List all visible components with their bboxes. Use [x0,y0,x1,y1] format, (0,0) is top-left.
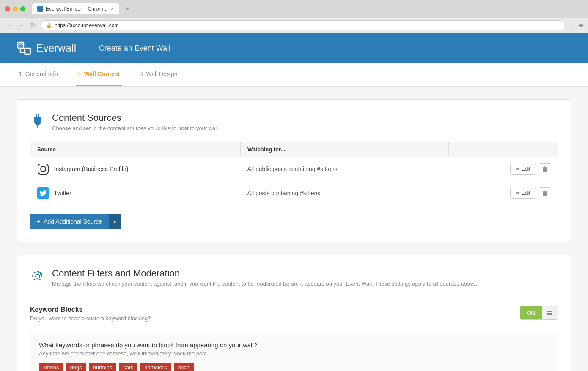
step-arrow-2: → [127,71,133,78]
filters-titles: Content Filters and Moderation Manage th… [52,268,477,287]
twitter-name: Twitter [54,190,71,196]
stepper-bar: 1 General Info → 2 Wall Content → 3 Wall… [0,63,588,87]
twitter-watching: All posts containing #kittens [247,190,321,196]
step-general-info[interactable]: 1 General Info [17,63,60,86]
instagram-edit-label: Edit [522,166,530,172]
table-row: Twitter All posts containing #kittens ✏ … [30,181,558,205]
new-tab-icon: + [126,6,129,12]
col-source-header: Source [30,142,241,157]
keyword-blocks-left: Keyword Blocks Do you want to enable cus… [30,306,520,328]
dot-green[interactable] [20,6,25,11]
keyword-blocks-title: Keyword Blocks [30,306,520,314]
browser-titlebar: Everwall Builder – Chrom… ✕ + [0,0,588,18]
twitter-source: Twitter [37,187,234,199]
dot-red[interactable] [5,6,10,11]
app-header: Everwall Create an Event Wall [0,33,588,63]
svg-point-8 [45,166,47,167]
browser-tab-active[interactable]: Everwall Builder – Chrom… ✕ [32,3,119,14]
instagram-delete-button[interactable]: 🗑 [539,163,551,175]
delete-trash-icon-2: 🗑 [542,190,548,196]
content-sources-header: Content Sources Choose and setup the con… [30,112,558,131]
col-actions-header [448,142,558,157]
menu-icon[interactable]: ≡ [578,21,583,30]
keyword-toggle[interactable]: ON [520,306,558,320]
step3-number: 3 [140,71,143,77]
dot-yellow[interactable] [13,6,18,11]
refresh-button[interactable]: ↻ [29,21,37,30]
content-filters-subtitle: Manage the filters we check your content… [52,281,477,287]
instagram-icon [37,163,49,175]
svg-rect-2 [25,48,30,54]
twitter-actions: ✏ Edit 🗑 [455,187,551,199]
address-bar[interactable]: 🔒 https://account.everwall.com [41,20,566,30]
instagram-watching: All public posts containing #kittens [247,166,338,172]
add-source-dropdown[interactable]: ▾ [109,214,121,229]
keyword-block-question: What keywords or phrases do you want to … [39,341,549,349]
plug-icon [30,113,45,128]
toggle-lines-icon [547,311,552,315]
plus-icon: + [37,218,40,225]
svg-rect-5 [37,125,38,128]
toggle-line-3 [547,314,552,315]
tab-close-button[interactable]: ✕ [110,6,114,12]
browser-dots [5,6,25,11]
instagram-actions: ✏ Edit 🗑 [455,163,551,175]
step3-label: Wall Design [146,71,177,77]
lock-icon: 🔒 [46,23,52,28]
edit-pencil-icon: ✏ [516,166,520,172]
content-filters-card: Content Filters and Moderation Manage th… [17,255,571,371]
tab-title: Everwall Builder – Chrom… [46,6,108,12]
browser-tab-new[interactable]: + [123,3,132,14]
keyword-tag[interactable]: bunnies [89,363,117,371]
step-wall-design[interactable]: 3 Wall Design [138,63,179,86]
toggle-on-button[interactable]: ON [520,306,542,319]
step2-number: 2 [77,71,81,77]
add-additional-source-button[interactable]: + Add Additional Source ▾ [30,214,558,229]
app-logo: Everwall Create an Event Wall [17,41,170,56]
twitter-icon [37,187,49,199]
instagram-source: Instagram (Business Profile) [37,163,234,175]
twitter-source-cell: Twitter [30,181,241,205]
section-divider [30,297,558,297]
step2-label: Wall Content [84,71,120,77]
back-button[interactable]: ← [5,21,14,30]
table-header-row: Source Watching for... [30,142,558,157]
add-source-main[interactable]: + Add Additional Source [30,214,109,229]
toggle-line-1 [547,311,552,312]
step-arrow-1: → [65,71,71,78]
instagram-watching-cell: All public posts containing #kittens [241,157,449,181]
browser-chrome: Everwall Builder – Chrom… ✕ + ← → ↻ 🔒 ht… [0,0,588,33]
keyword-tag[interactable]: mice [174,363,194,371]
instagram-edit-button[interactable]: ✏ Edit [510,164,536,175]
step-wall-content[interactable]: 2 Wall Content [76,63,122,86]
twitter-delete-button[interactable]: 🗑 [539,187,551,199]
content-sources-title: Content Sources [52,112,220,123]
keyword-tag[interactable]: cats [119,363,137,371]
sources-table: Source Watching for... [30,142,558,205]
toggle-off-button[interactable] [542,306,558,319]
svg-rect-6 [38,164,48,174]
keyword-blocks-row: Keyword Blocks Do you want to enable cus… [30,306,558,328]
keyword-tags-container: kittensdogsbunniescatshamstersmice [39,363,549,371]
twitter-action-cell: ✏ Edit 🗑 [448,181,558,205]
keyword-tag[interactable]: kittens [39,363,63,371]
twitter-edit-button[interactable]: ✏ Edit [510,188,536,199]
bookmark-icon[interactable]: ☆ [569,22,575,30]
chevron-down-icon: ▾ [113,218,116,225]
main-content: Content Sources Choose and setup the con… [0,87,588,371]
content-filters-header: Content Filters and Moderation Manage th… [30,268,558,287]
step1-label: General Info [25,71,58,77]
tab-favicon [37,6,43,12]
twitter-watching-cell: All posts containing #kittens [241,181,449,205]
keyword-block-area: What keywords or phrases do you want to … [30,333,558,371]
instagram-action-cell: ✏ Edit 🗑 [448,157,558,181]
delete-trash-icon: 🗑 [542,166,548,172]
svg-rect-4 [38,114,39,117]
keyword-tag[interactable]: hamsters [140,363,171,371]
forward-button[interactable]: → [17,21,25,30]
logo-divider [88,42,88,55]
content-sources-card: Content Sources Choose and setup the con… [17,99,571,242]
content-sources-subtitle: Choose and setup the content sources you… [52,125,220,131]
edit-pencil-icon-2: ✏ [516,190,520,196]
keyword-tag[interactable]: dogs [66,363,86,371]
